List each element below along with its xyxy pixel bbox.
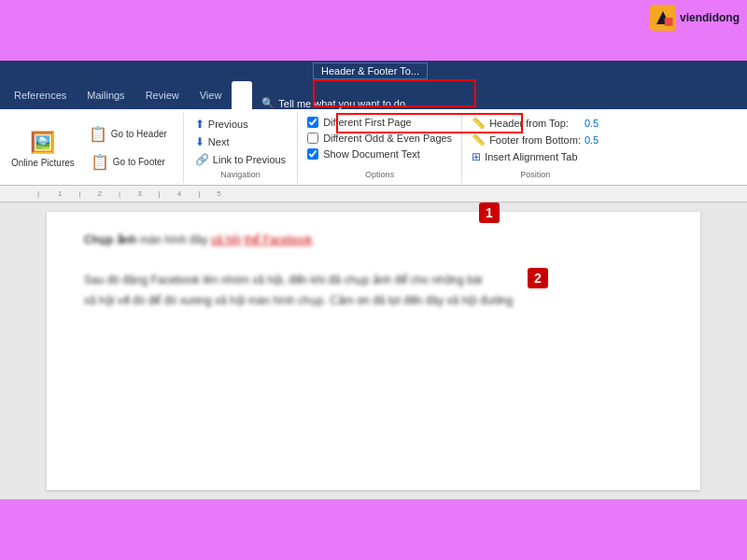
go-to-header-button[interactable]: 📋 Go to Header: [84, 121, 170, 147]
badge-1: 1: [479, 203, 500, 223]
position-group: 📏 Header from Top: 0.5 📏 Footer from Bot…: [462, 113, 608, 183]
tab-references[interactable]: References: [4, 81, 77, 109]
header-from-top[interactable]: 📏 Header from Top: 0.5: [472, 117, 599, 130]
options-group: Different First Page Different Odd & Eve…: [298, 113, 462, 183]
badge-2: 2: [528, 268, 548, 288]
navigation-group: ⬆ Previous ⬇ Next 🔗 Link to Previous Nav…: [184, 113, 298, 183]
position-label: Position: [472, 170, 599, 179]
different-odd-even-checkbox[interactable]: Different Odd & Even Pages: [307, 133, 452, 144]
ruler-marks: | 1 | 2 | 3 | 4 | 5: [0, 186, 747, 202]
logo-text: viendidong: [680, 11, 740, 24]
tell-me-text: Tell me what you want to do...: [278, 98, 414, 109]
different-first-page-checkbox[interactable]: Different First Page: [307, 117, 452, 128]
tab-mailings[interactable]: Mailings: [77, 81, 134, 109]
hf-title: Header & Footer To...: [313, 63, 428, 79]
online-pictures-button[interactable]: 🖼️ Online Pictures: [7, 126, 78, 171]
footer-from-bottom[interactable]: 📏 Footer from Bottom: 0.5: [472, 133, 599, 147]
document-area: Chụp ảnh màn hình đây xã hội thể Faceboo…: [0, 203, 747, 499]
svg-rect-2: [665, 18, 673, 26]
ruler: | 1 | 2 | 3 | 4 | 5: [0, 186, 747, 203]
insert-group: 🖼️ Online Pictures 📋 Go to Header 📋 Go t…: [0, 113, 184, 183]
logo: viendidong: [650, 5, 740, 31]
logo-icon: [650, 5, 676, 31]
next-button[interactable]: ⬇ Next: [193, 134, 288, 149]
ribbon-tabs-row: References Mailings Review View 🔍 Tell m…: [0, 81, 747, 109]
navigation-label: Navigation: [193, 170, 288, 179]
tell-me-bar[interactable]: 🔍 Tell me what you want to do...: [252, 97, 745, 109]
insert-alignment-tab-button[interactable]: ⊞ Insert Alignment Tab: [472, 150, 599, 163]
document-page: Chụp ảnh màn hình đây xã hội thể Faceboo…: [47, 212, 700, 490]
title-bar: Header & Footer To...: [0, 61, 747, 81]
link-to-previous-button[interactable]: 🔗 Link to Previous: [193, 152, 288, 167]
ribbon-content: 🖼️ Online Pictures 📋 Go to Header 📋 Go t…: [0, 109, 747, 186]
tab-design[interactable]: [232, 81, 252, 109]
document-text: Chụp ảnh màn hình đây xã hội thể Faceboo…: [84, 231, 663, 311]
show-document-text-checkbox[interactable]: Show Document Text: [307, 148, 452, 160]
previous-button[interactable]: ⬆ Previous: [193, 117, 288, 132]
tab-view[interactable]: View: [190, 81, 233, 109]
tab-review[interactable]: Review: [135, 81, 190, 109]
go-to-footer-button[interactable]: 📋 Go to Footer: [84, 149, 170, 175]
options-label: Options: [307, 170, 452, 179]
word-window: Header & Footer To... References Mailing…: [0, 61, 747, 499]
